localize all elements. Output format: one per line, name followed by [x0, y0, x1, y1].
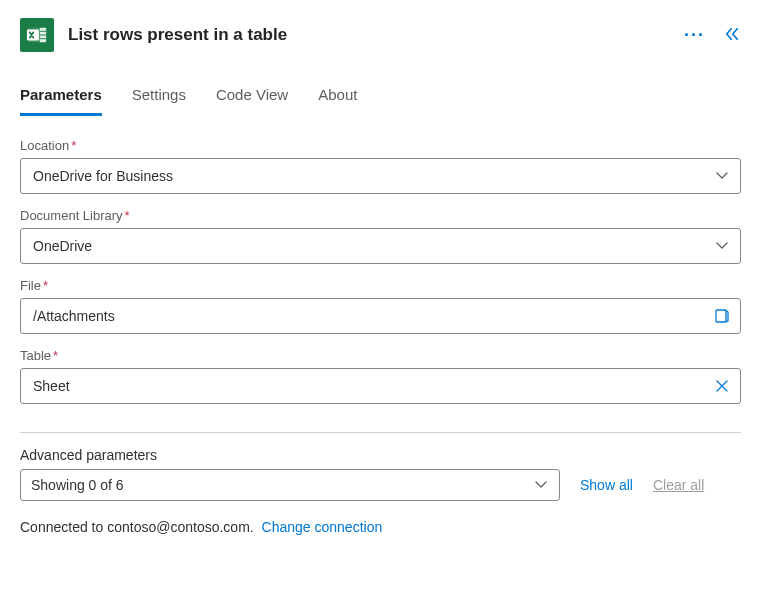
advanced-dropdown[interactable]: Showing 0 of 6: [20, 469, 560, 501]
table-label-text: Table: [20, 348, 51, 363]
card-title: List rows present in a table: [68, 25, 670, 45]
required-marker: *: [43, 278, 48, 293]
library-value: OneDrive: [21, 238, 704, 254]
file-input[interactable]: /Attachments: [20, 298, 741, 334]
header-actions: ···: [684, 25, 741, 46]
required-marker: *: [71, 138, 76, 153]
clear-all-link: Clear all: [653, 477, 704, 493]
svg-rect-1: [27, 30, 39, 41]
card-header: List rows present in a table ···: [20, 18, 741, 52]
file-value: /Attachments: [21, 308, 704, 324]
location-label: Location*: [20, 138, 741, 153]
tab-code-view[interactable]: Code View: [216, 80, 288, 116]
file-label-text: File: [20, 278, 41, 293]
connection-footer: Connected to contoso@contoso.com. Change…: [20, 519, 741, 535]
advanced-row: Showing 0 of 6 Show all Clear all: [20, 469, 741, 501]
field-location: Location* OneDrive for Business: [20, 138, 741, 194]
location-dropdown[interactable]: OneDrive for Business: [20, 158, 741, 194]
chevron-down-icon[interactable]: [704, 240, 740, 252]
advanced-summary: Showing 0 of 6: [21, 477, 523, 493]
field-file: File* /Attachments: [20, 278, 741, 334]
clear-icon[interactable]: [704, 379, 740, 393]
library-label: Document Library*: [20, 208, 741, 223]
tab-parameters[interactable]: Parameters: [20, 80, 102, 116]
location-label-text: Location: [20, 138, 69, 153]
tab-bar: Parameters Settings Code View About: [20, 80, 741, 116]
show-all-link[interactable]: Show all: [580, 477, 633, 493]
field-table: Table* Sheet: [20, 348, 741, 404]
tab-settings[interactable]: Settings: [132, 80, 186, 116]
folder-picker-icon[interactable]: [704, 308, 740, 324]
connected-account: contoso@contoso.com.: [107, 519, 254, 535]
file-label: File*: [20, 278, 741, 293]
location-value: OneDrive for Business: [21, 168, 704, 184]
tab-about[interactable]: About: [318, 80, 357, 116]
library-label-text: Document Library: [20, 208, 123, 223]
collapse-icon[interactable]: [723, 25, 741, 46]
table-value: Sheet: [21, 378, 704, 394]
table-label: Table*: [20, 348, 741, 363]
field-library: Document Library* OneDrive: [20, 208, 741, 264]
more-menu-icon[interactable]: ···: [684, 25, 705, 46]
table-input[interactable]: Sheet: [20, 368, 741, 404]
library-dropdown[interactable]: OneDrive: [20, 228, 741, 264]
advanced-label: Advanced parameters: [20, 447, 741, 463]
required-marker: *: [53, 348, 58, 363]
chevron-down-icon[interactable]: [704, 170, 740, 182]
chevron-down-icon[interactable]: [523, 479, 559, 491]
change-connection-link[interactable]: Change connection: [262, 519, 383, 535]
excel-icon: [20, 18, 54, 52]
divider: [20, 432, 741, 433]
required-marker: *: [125, 208, 130, 223]
connected-prefix: Connected to: [20, 519, 107, 535]
